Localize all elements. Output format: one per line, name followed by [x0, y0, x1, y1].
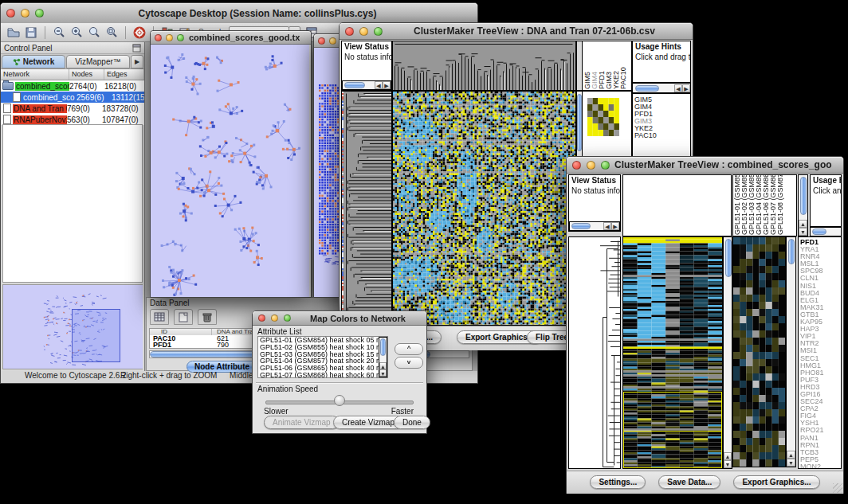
attribute-item[interactable]: GPL51-07 (GSM868) heat shock 60 min — [260, 372, 387, 378]
column-header-network[interactable]: Network — [1, 69, 69, 80]
scroll-down-icon[interactable]: ▼ — [379, 369, 387, 377]
treeview1-titlebar[interactable]: ClusterMaker TreeView : DNA and Tran 07-… — [340, 23, 693, 40]
done-button[interactable]: Done — [394, 416, 430, 429]
zoom-button[interactable] — [284, 315, 291, 322]
network-canvas[interactable] — [151, 45, 309, 297]
view-status-hscrollbar[interactable]: ◀ ▶ — [342, 80, 391, 90]
network-window-titlebar[interactable]: combined_scores_good.txt--cluste... — [151, 31, 311, 45]
column-label[interactable]: GIM3 — [606, 41, 613, 89]
network-list-row[interactable]: RNAPuberNov2+I563(0)107847(0) — [1, 114, 144, 125]
gene-label[interactable]: PAC10 — [633, 132, 690, 139]
attribute-item[interactable]: GPL51-03 (GSM856) heat shock 15 min — [260, 351, 387, 358]
scroll-left-icon[interactable]: ◀ — [375, 81, 383, 89]
column-label[interactable]: GPL51-03 (GSM856) — [748, 175, 756, 235]
close-button[interactable] — [155, 34, 162, 41]
minimize-button[interactable] — [271, 315, 278, 322]
view-status-hscrollbar[interactable]: ◀ ▶ — [569, 221, 620, 231]
usage-hscrollbar[interactable] — [810, 227, 842, 236]
help-lifering-icon[interactable] — [132, 25, 147, 41]
gene-label[interactable]: MON2 — [799, 463, 841, 469]
animate-vizmap-button[interactable]: Animate Vizmap — [264, 416, 340, 429]
minimize-button[interactable] — [329, 37, 336, 45]
zoom-fit-icon[interactable] — [104, 25, 120, 41]
edge-table-icon[interactable] — [174, 309, 193, 325]
attribute-item[interactable]: GPL51-06 (GSM865) heat shock 40 min — [260, 365, 387, 372]
heatmap-panel[interactable] — [392, 91, 576, 326]
scroll-right-icon[interactable]: ▶ — [383, 81, 391, 89]
open-file-icon[interactable] — [6, 25, 22, 41]
scroll-right-icon[interactable]: ▶ — [611, 222, 619, 230]
settings-button[interactable]: Settings... — [590, 475, 646, 489]
minimize-button[interactable] — [166, 34, 173, 41]
zoom-button[interactable] — [177, 34, 184, 41]
resize-grip[interactable] — [833, 483, 842, 493]
scroll-up-icon[interactable]: ▲ — [724, 452, 732, 460]
column-dendrogram-panel[interactable] — [392, 41, 576, 91]
column-label[interactable]: GPL51-07 (GSM868) — [770, 175, 777, 235]
attribute-list-vscrollbar[interactable]: ▲▼ — [379, 337, 387, 377]
tab-network[interactable]: Network — [2, 55, 65, 68]
network-list-row[interactable]: DNA and Tran 07769(0)183728(0) — [1, 103, 144, 114]
zoom-heatmap-panel[interactable] — [732, 236, 786, 467]
attribute-listbox[interactable]: GPL51-01 (GSM854) heat shock 05 minGPL51… — [257, 336, 388, 378]
column-label[interactable]: YKE2 — [613, 41, 620, 89]
close-button[interactable] — [345, 27, 354, 36]
slider-thumb[interactable] — [334, 395, 345, 406]
column-label[interactable]: GPL51-01 (GSM854) — [734, 175, 741, 235]
heatmap-vscrollbar[interactable]: ▲▼ — [723, 236, 732, 469]
column-label[interactable]: GPL51-06 (GSM865) — [763, 175, 770, 235]
column-label[interactable]: GIM5 — [584, 41, 591, 89]
main-titlebar[interactable]: Cytoscape Desktop (Session Name: collins… — [1, 3, 477, 24]
create-vizmap-button[interactable]: Create Vizmap — [333, 416, 403, 429]
minimize-button[interactable] — [21, 9, 29, 18]
tab-overflow-button[interactable]: ▶ — [131, 55, 143, 68]
scroll-up-icon[interactable]: ▲ — [787, 451, 795, 459]
minimize-button[interactable] — [587, 161, 595, 170]
minimize-button[interactable] — [359, 27, 368, 36]
scroll-down-icon[interactable]: ▼ — [724, 460, 732, 468]
row-dendrogram-panel[interactable] — [568, 236, 621, 469]
overview-canvas[interactable] — [3, 285, 143, 369]
zoom-button[interactable] — [601, 161, 610, 170]
column-label[interactable]: GIM4 — [591, 41, 599, 89]
scroll-left-icon[interactable]: ◀ — [674, 84, 682, 92]
column-header-nodes[interactable]: Nodes — [69, 69, 104, 80]
heatmap-panel[interactable] — [622, 236, 723, 469]
close-button[interactable] — [6, 9, 15, 18]
zoom-out-icon[interactable] — [51, 25, 67, 41]
attribute-item[interactable]: GPL51-02 (GSM855) heat shock 10 min — [260, 344, 387, 351]
network-overview-panel[interactable] — [2, 284, 143, 369]
tab-vizmapper[interactable]: VizMapper™ — [66, 55, 130, 68]
gene-list-hscrollbar[interactable]: ◀ ▶ — [632, 83, 691, 93]
column-label[interactable]: GPL51-04 (GSM857) — [756, 175, 763, 235]
column-label[interactable]: GPL51-02 (GSM855) — [741, 175, 748, 235]
attribute-item[interactable]: GPL51-04 (GSM857) heat shock 20 min — [260, 357, 387, 365]
float-panel-icon[interactable] — [132, 44, 141, 53]
close-button[interactable] — [258, 315, 265, 322]
network-list-row[interactable]: combined_sco2569(6)13112(15) — [1, 92, 144, 103]
attribute-item[interactable]: GPL51-01 (GSM854) heat shock 05 min — [260, 337, 387, 344]
scroll-up-icon[interactable]: ▲ — [799, 220, 807, 228]
move-up-button[interactable]: ^ — [395, 343, 423, 355]
zoom-heatmap-vscrollbar[interactable]: ▲▼ — [786, 236, 796, 467]
column-label[interactable]: GPL51-08 (GSM872) — [777, 175, 784, 235]
dialog-titlebar[interactable]: Map Colors to Network — [253, 311, 426, 326]
row-dendrogram-panel[interactable] — [341, 91, 392, 326]
network-list-row[interactable]: combined_scores2764(0)16218(0) — [1, 80, 144, 92]
scroll-down-icon[interactable]: ▼ — [787, 459, 795, 467]
export-graphics-button[interactable]: Export Graphics... — [733, 475, 819, 489]
zoom-button[interactable] — [35, 9, 44, 18]
column-label[interactable]: PFD1 — [599, 41, 606, 89]
scroll-left-icon[interactable]: ◀ — [603, 222, 611, 230]
treeview2-titlebar[interactable]: ClusterMaker TreeView : combined_scores_… — [567, 157, 843, 174]
column-header-edges[interactable]: Edges — [104, 69, 144, 80]
save-data-button[interactable]: Save Data... — [658, 475, 720, 489]
close-button[interactable] — [572, 161, 581, 170]
scroll-up-icon[interactable]: ▲ — [379, 362, 387, 369]
zoom-in-icon[interactable] — [69, 25, 84, 41]
column-dendrogram-panel[interactable] — [622, 174, 732, 236]
zoom-button[interactable] — [374, 27, 383, 36]
save-icon[interactable] — [23, 25, 39, 41]
node-table-icon[interactable] — [150, 309, 169, 325]
column-labels-vscrollbar[interactable]: ▲▼ — [798, 174, 808, 236]
